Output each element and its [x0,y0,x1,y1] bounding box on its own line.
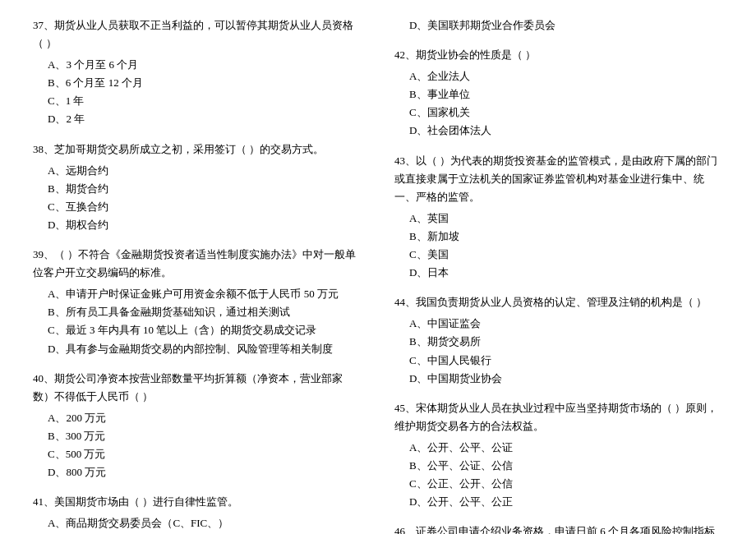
option-43d: D、日本 [394,264,723,282]
option-44d: D、中国期货业协会 [394,370,723,388]
option-38a: A、远期合约 [33,162,362,180]
option-40b: B、300 万元 [33,427,362,445]
option-45c: C、公正、公开、公信 [394,475,723,493]
right-column: D、美国联邦期货业合作委员会 42、期货业协会的性质是（ ） A、企业法人 B、… [378,16,723,534]
option-42a: A、企业法人 [394,67,723,85]
question-46: 46、证券公司申请介绍业务资格，申请日前 6 个月各项风险控制指标应符合规定标准… [394,522,723,534]
question-37-text: 37、期货从业人员获取不正当利益的，可以暂停其期货从业人员资格（ ） [33,16,362,53]
option-42c: C、国家机关 [394,104,723,122]
option-41a: A、商品期货交易委员会（C、FIC、） [33,514,362,532]
question-42: 42、期货业协会的性质是（ ） A、企业法人 B、事业单位 C、国家机关 D、社… [394,46,723,140]
option-37a: A、3 个月至 6 个月 [33,56,362,74]
question-40-text: 40、期货公司净资本按营业部数量平均折算额（净资本，营业部家数）不得低于人民币（… [33,370,362,406]
option-45a: A、公开、公平、公证 [394,439,723,457]
option-43a: A、英国 [394,209,723,228]
option-40c: C、500 万元 [33,445,362,463]
question-39-text: 39、（ ）不符合《金融期货投资者适当性制度实施办法》中对一般单位客户开立交易编… [33,246,362,282]
option-45b: B、公平、公证、公信 [394,457,723,475]
question-45-text: 45、宋体期货从业人员在执业过程中应当坚持期货市场的（ ）原则，维护期货交易各方… [394,399,723,435]
option-40a: A、200 万元 [33,409,362,427]
option-42d: D、社会团体法人 [394,122,723,140]
left-column: 37、期货从业人员获取不正当利益的，可以暂停其期货从业人员资格（ ） A、3 个… [33,16,378,534]
option-41d: D、美国联邦期货业合作委员会 [394,16,723,35]
question-38: 38、芝加哥期货交易所成立之初，采用签订（ ）的交易方式。 A、远期合约 B、期… [33,140,362,234]
option-37d: D、2 年 [33,110,362,128]
option-42b: B、事业单位 [394,85,723,104]
question-44: 44、我国负责期货从业人员资格的认定、管理及注销的机构是（ ） A、中国证监会 … [394,293,723,387]
option-37c: C、1 年 [33,92,362,110]
question-41-text: 41、美国期货市场由（ ）进行自律性监管。 [33,493,362,511]
option-38c: C、互换合约 [33,198,362,216]
option-39b: B、所有员工具备金融期货基础知识，通过相关测试 [33,303,362,321]
option-44a: A、中国证监会 [394,315,723,333]
question-41: 41、美国期货市场由（ ）进行自律性监管。 A、商品期货交易委员会（C、FIC、… [33,493,362,534]
question-45: 45、宋体期货从业人员在执业过程中应当坚持期货市场的（ ）原则，维护期货交易各方… [394,399,723,512]
option-45d: D、公开、公平、公正 [394,493,723,511]
option-40d: D、800 万元 [33,463,362,481]
option-39d: D、具有参与金融期货交易的内部控制、风险管理等相关制度 [33,340,362,358]
option-38b: B、期货合约 [33,180,362,198]
question-37: 37、期货从业人员获取不正当利益的，可以暂停其期货从业人员资格（ ） A、3 个… [33,16,362,129]
option-39a: A、申请开户时保证金账户可用资金余额不低于人民币 50 万元 [33,285,362,303]
question-46-text: 46、证券公司申请介绍业务资格，申请日前 6 个月各项风险控制指标应符合规定标准… [394,522,723,534]
question-44-text: 44、我国负责期货从业人员资格的认定、管理及注销的机构是（ ） [394,293,723,311]
question-38-text: 38、芝加哥期货交易所成立之初，采用签订（ ）的交易方式。 [33,140,362,159]
option-39c: C、最近 3 年内具有 10 笔以上（含）的期货交易成交记录 [33,321,362,339]
option-44c: C、中国人民银行 [394,352,723,370]
question-43: 43、以（ ）为代表的期货投资基金的监管模式，是由政府下属的部门或直接隶属于立法… [394,152,723,283]
question-43-text: 43、以（ ）为代表的期货投资基金的监管模式，是由政府下属的部门或直接隶属于立法… [394,152,723,206]
option-44b: B、期货交易所 [394,333,723,351]
option-37b: B、6 个月至 12 个月 [33,74,362,92]
option-43c: C、美国 [394,246,723,264]
option-43b: B、新加坡 [394,228,723,246]
question-41-continued: D、美国联邦期货业合作委员会 [394,16,723,35]
question-39: 39、（ ）不符合《金融期货投资者适当性制度实施办法》中对一般单位客户开立交易编… [33,246,362,358]
question-40: 40、期货公司净资本按营业部数量平均折算额（净资本，营业部家数）不得低于人民币（… [33,370,362,482]
option-38d: D、期权合约 [33,216,362,234]
question-42-text: 42、期货业协会的性质是（ ） [394,46,723,64]
